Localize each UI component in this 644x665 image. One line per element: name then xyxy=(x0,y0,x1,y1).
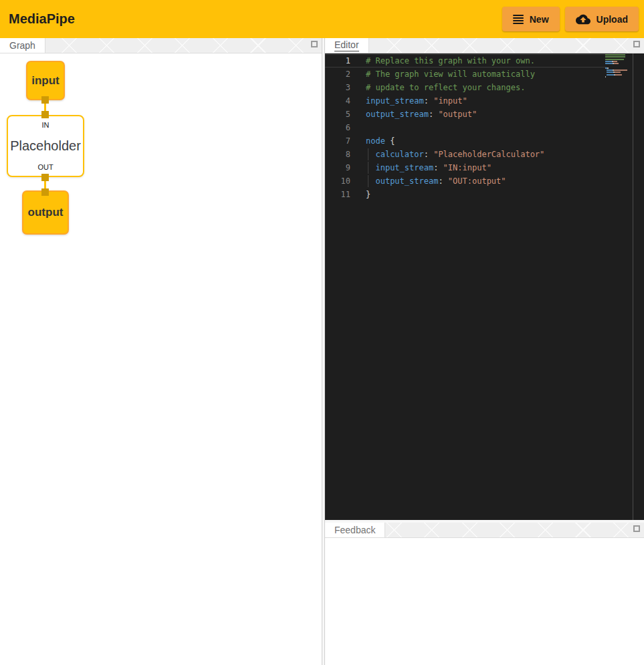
overview-ruler xyxy=(633,53,633,520)
tab-editor-label: Editor xyxy=(334,39,359,51)
code-line[interactable]: 3# update to reflect your changes. xyxy=(325,81,607,94)
right-column: Editor 1# Replace this graph with your o… xyxy=(325,38,644,665)
minimap[interactable] xyxy=(605,54,629,78)
placeholder-in-port-label: IN xyxy=(42,121,49,129)
feedback-panel: Feedback xyxy=(325,523,644,665)
code-editor[interactable]: 1# Replace this graph with your own.2# T… xyxy=(325,53,644,520)
placeholder-node-label: Placeholder xyxy=(10,138,81,154)
header-buttons: New Upload xyxy=(502,7,639,31)
line-number: 9 xyxy=(325,162,350,174)
code-line[interactable]: 10 output_stream: "OUT:output" xyxy=(325,174,607,188)
code-line[interactable]: 1# Replace this graph with your own. xyxy=(325,54,607,68)
tab-graph[interactable]: Graph xyxy=(0,38,45,53)
input-node-label: input xyxy=(31,74,60,88)
app-title: MediaPipe xyxy=(9,11,75,27)
new-button-label: New xyxy=(530,14,549,25)
code-line[interactable]: 9 input_stream: "IN:input" xyxy=(325,161,607,174)
line-number: 10 xyxy=(325,175,350,187)
code-line[interactable]: 5output_stream: "output" xyxy=(325,108,607,121)
maximize-icon[interactable] xyxy=(633,525,640,532)
graph-canvas[interactable]: input IN Placeholder OUT output xyxy=(0,53,322,665)
port-placeholder-out xyxy=(41,174,49,181)
port-input-out xyxy=(41,96,49,104)
maximize-icon[interactable] xyxy=(633,41,640,47)
code-line[interactable]: 11} xyxy=(325,188,607,201)
tab-editor[interactable]: Editor xyxy=(325,38,369,53)
menu-lines-icon xyxy=(513,15,524,24)
line-number: 8 xyxy=(325,148,350,160)
graph-panel: Graph input IN Placeholder OUT output xyxy=(0,38,322,665)
port-placeholder-in xyxy=(41,111,49,118)
cloud-upload-icon xyxy=(576,14,591,25)
feedback-tabbar: Feedback xyxy=(325,523,644,538)
line-number: 4 xyxy=(325,95,350,107)
maximize-icon[interactable] xyxy=(311,41,318,47)
code-line[interactable]: 7node { xyxy=(325,134,607,148)
graph-node-placeholder[interactable]: IN Placeholder OUT xyxy=(7,115,84,177)
line-number: 2 xyxy=(325,68,350,80)
line-number: 7 xyxy=(325,135,350,147)
graph-tabbar: Graph xyxy=(0,38,322,53)
code-line[interactable]: 2# The graph view will automatically xyxy=(325,68,607,81)
main-area: Graph input IN Placeholder OUT output xyxy=(0,38,644,665)
editor-panel: Editor 1# Replace this graph with your o… xyxy=(325,38,644,520)
upload-button-label: Upload xyxy=(597,14,628,25)
line-number: 6 xyxy=(325,122,350,134)
app-header: MediaPipe New Upload xyxy=(0,0,644,38)
code-line[interactable]: 8 calculator: "PlaceholderCalculator" xyxy=(325,148,607,161)
code-line[interactable]: 6 xyxy=(325,121,607,134)
output-node-label: output xyxy=(28,206,64,219)
feedback-content xyxy=(325,538,644,665)
new-button[interactable]: New xyxy=(502,7,560,31)
tab-feedback-label: Feedback xyxy=(334,525,375,535)
editor-tabbar: Editor xyxy=(325,38,644,53)
graph-node-input[interactable]: input xyxy=(26,61,65,100)
code-line[interactable]: 4input_stream: "input" xyxy=(325,94,607,108)
upload-button[interactable]: Upload xyxy=(565,7,639,31)
port-output-in xyxy=(41,188,49,196)
code-lines[interactable]: 1# Replace this graph with your own.2# T… xyxy=(325,54,607,201)
graph-node-output[interactable]: output xyxy=(22,190,69,235)
placeholder-out-port-label: OUT xyxy=(37,163,53,171)
line-number: 11 xyxy=(325,188,350,201)
line-number: 1 xyxy=(325,55,350,67)
tab-feedback[interactable]: Feedback xyxy=(325,523,385,537)
tab-graph-label: Graph xyxy=(9,40,35,51)
line-number: 3 xyxy=(325,82,350,94)
line-number: 5 xyxy=(325,108,350,120)
